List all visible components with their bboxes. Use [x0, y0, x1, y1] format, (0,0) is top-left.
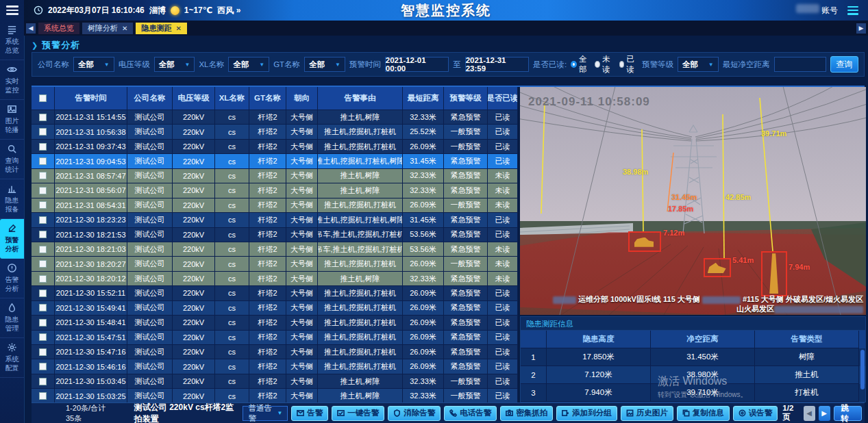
- company-select[interactable]: 全部▼: [73, 57, 114, 72]
- table-row[interactable]: 2021-12-30 15:48:41 测试公司 220kV cs 杆塔2 大号…: [32, 316, 518, 330]
- table-row[interactable]: 2021-12-30 15:03:25 测试公司 220kV cs 杆塔2 大号…: [32, 389, 518, 402]
- radio-dot-icon: [619, 61, 625, 68]
- row-checkbox[interactable]: [32, 213, 55, 227]
- row-checkbox[interactable]: [32, 228, 55, 242]
- tab-scroll-right-icon[interactable]: ▶: [856, 23, 866, 34]
- row-checkbox[interactable]: [32, 183, 55, 198]
- radio-unread[interactable]: 未读: [595, 54, 613, 75]
- select-all-checkbox[interactable]: [32, 87, 55, 110]
- false-alarm-button[interactable]: 误告警: [733, 406, 778, 421]
- table-row[interactable]: 2021-12-31 09:37:43 测试公司 220kV cs 杆塔2 大号…: [32, 140, 518, 154]
- table-row[interactable]: 2021-12-30 15:52:11 测试公司 220kV cs 杆塔2 大号…: [32, 286, 518, 300]
- chevron-right-icon: ❯: [32, 41, 38, 50]
- table-row[interactable]: 2021-12-30 18:21:53 测试公司 220kV cs 杆塔2 大号…: [32, 228, 518, 242]
- level-select[interactable]: 全部▼: [678, 57, 719, 72]
- table-row[interactable]: 2021-12-31 08:56:07 测试公司 220kV cs 杆塔2 大号…: [32, 183, 518, 198]
- cell-distance: 26.09米: [403, 198, 444, 213]
- time-to-input[interactable]: 2021-12-31 23:59: [465, 57, 529, 72]
- tab-scroll-left-icon[interactable]: ◀: [26, 23, 36, 34]
- row-checkbox[interactable]: [32, 242, 55, 257]
- sidebar-item-system-overview[interactable]: 系统总览: [0, 21, 24, 60]
- scrollbar-thumb[interactable]: [860, 350, 865, 389]
- add-to-group-button[interactable]: 添加到分组: [556, 406, 617, 421]
- clear-alarm-button[interactable]: 消除告警: [388, 406, 441, 421]
- time-from-input[interactable]: 2021-12-01 00:00: [385, 57, 449, 72]
- burst-capture-button[interactable]: 密集抓拍: [500, 406, 553, 421]
- radio-all[interactable]: 全部: [571, 54, 589, 75]
- row-checkbox[interactable]: [32, 359, 55, 374]
- row-checkbox[interactable]: [32, 125, 55, 139]
- row-checkbox[interactable]: [32, 140, 55, 154]
- min-clearance-input[interactable]: [774, 57, 826, 72]
- table-row[interactable]: 2021-12-31 09:04:53 测试公司 220kV cs 杆塔2 大号…: [32, 154, 518, 168]
- tab-tree-analysis[interactable]: 树障分析✕: [82, 23, 133, 34]
- table-row[interactable]: 2021-12-30 18:21:03 测试公司 220kV cs 杆塔2 大号…: [32, 242, 518, 257]
- cell-side: 大号侧: [286, 242, 318, 257]
- row-checkbox[interactable]: [32, 272, 55, 286]
- table-row[interactable]: 2021-12-30 15:47:16 测试公司 220kV cs 杆塔2 大号…: [32, 345, 518, 359]
- ranging-row[interactable]: 3 7.940米 39.710米 打桩机: [521, 384, 865, 402]
- account-area[interactable]: 账号: [796, 4, 838, 16]
- table-row[interactable]: 2021-12-30 15:03:45 测试公司 220kV cs 杆塔2 大号…: [32, 374, 518, 389]
- sidebar-item-live-monitor[interactable]: 实时监控: [0, 60, 24, 100]
- row-checkbox[interactable]: [32, 374, 55, 389]
- sidebar-item-system-config[interactable]: 系统配置: [0, 338, 24, 378]
- sidebar-item-image-carousel[interactable]: 图片轮播: [0, 100, 24, 140]
- jump-button[interactable]: 跳转: [834, 406, 862, 421]
- tab-hazard-ranging[interactable]: 隐患测距✕: [136, 23, 186, 34]
- cell-side: 大号侧: [286, 359, 318, 374]
- gt-select[interactable]: 全部▼: [304, 57, 345, 72]
- sidebar-item-warning-analysis[interactable]: 预警分析: [0, 219, 24, 259]
- camera-image[interactable]: 2021-09-11 10:58:09 38.98m39.71m42.85m31…: [520, 87, 866, 315]
- history-images-button[interactable]: 历史图片: [621, 406, 673, 421]
- wind-text[interactable]: 西风 »: [217, 5, 240, 16]
- table-row[interactable]: 2021-12-30 15:46:16 测试公司 220kV cs 杆塔2 大号…: [32, 359, 518, 374]
- one-key-alarm-button[interactable]: 一键告警: [332, 406, 384, 421]
- table-row[interactable]: 2021-12-31 08:57:47 测试公司 220kV cs 杆塔2 大号…: [32, 169, 518, 183]
- table-row[interactable]: 2021-12-30 15:47:51 测试公司 220kV cs 杆塔2 大号…: [32, 331, 518, 345]
- cell-voltage: 220kV: [173, 213, 215, 227]
- row-checkbox[interactable]: [32, 110, 55, 125]
- alarm-button[interactable]: 告警: [291, 406, 328, 421]
- row-checkbox[interactable]: [32, 316, 55, 330]
- radio-read[interactable]: 已读: [619, 54, 638, 75]
- copy-info-button[interactable]: 复制信息: [677, 406, 730, 421]
- xl-select[interactable]: 全部▼: [228, 57, 269, 72]
- row-checkbox[interactable]: [32, 198, 55, 213]
- voltage-select[interactable]: 全部▼: [154, 57, 195, 72]
- ranging-row[interactable]: 1 17.850米 31.450米 树障: [521, 348, 865, 366]
- row-checkbox[interactable]: [32, 331, 55, 345]
- table-row[interactable]: 2021-12-30 18:23:23 测试公司 220kV cs 杆塔2 大号…: [32, 213, 518, 227]
- tab-close-icon[interactable]: ✕: [175, 23, 181, 34]
- table-row[interactable]: 2021-12-30 18:20:27 测试公司 220kV cs 杆塔2 大号…: [32, 257, 518, 271]
- sidebar-item-hazard-manage[interactable]: 隐患管理: [0, 298, 24, 338]
- row-checkbox[interactable]: [32, 301, 55, 316]
- sidebar-item-query-stats[interactable]: 查询统计: [0, 140, 24, 179]
- sidebar-item-hazard-report[interactable]: 隐患报备: [0, 179, 24, 219]
- alarm-table: 告警时间 公司名称 电压等级 XL名称 GT名称 朝向 告警事由 最短距离 预警…: [32, 87, 518, 402]
- row-checkbox[interactable]: [32, 345, 55, 359]
- next-page-button[interactable]: ▶: [819, 406, 830, 421]
- table-row[interactable]: 2021-12-31 08:54:31 测试公司 220kV cs 杆塔2 大号…: [32, 198, 518, 213]
- table-row[interactable]: 2021-12-31 10:56:38 测试公司 220kV cs 杆塔2 大号…: [32, 125, 518, 139]
- table-row[interactable]: 2021-12-30 15:49:41 测试公司 220kV cs 杆塔2 大号…: [32, 301, 518, 316]
- ranging-row[interactable]: 2 7.120米 38.980米 推土机: [521, 366, 865, 384]
- table-row[interactable]: 2021-12-31 15:14:55 测试公司 220kV cs 杆塔2 大号…: [32, 110, 518, 125]
- hamburger-menu-icon[interactable]: [0, 0, 24, 21]
- sidebar-item-alarm-analysis[interactable]: 告警分析: [0, 259, 24, 298]
- section-header: ❯ 预警分析: [32, 36, 865, 52]
- list-menu-icon[interactable]: [847, 6, 858, 15]
- cell-reason: 推土机,挖掘机,打桩机,树障: [318, 154, 403, 168]
- tab-close-icon[interactable]: ✕: [122, 23, 127, 34]
- prev-page-button[interactable]: ◀: [804, 406, 815, 421]
- alarm-type-dropdown[interactable]: 普通告警▼: [243, 406, 288, 421]
- row-checkbox[interactable]: [32, 286, 55, 300]
- query-button[interactable]: 查询: [830, 56, 858, 73]
- phone-alarm-button[interactable]: 电话告警: [444, 406, 497, 421]
- row-checkbox[interactable]: [32, 257, 55, 271]
- tab-system-overview[interactable]: 系统总览: [38, 23, 79, 34]
- row-checkbox[interactable]: [32, 389, 55, 402]
- row-checkbox[interactable]: [32, 169, 55, 183]
- row-checkbox[interactable]: [32, 154, 55, 168]
- table-row[interactable]: 2021-12-30 18:20:12 测试公司 220kV cs 杆塔2 大号…: [32, 272, 518, 286]
